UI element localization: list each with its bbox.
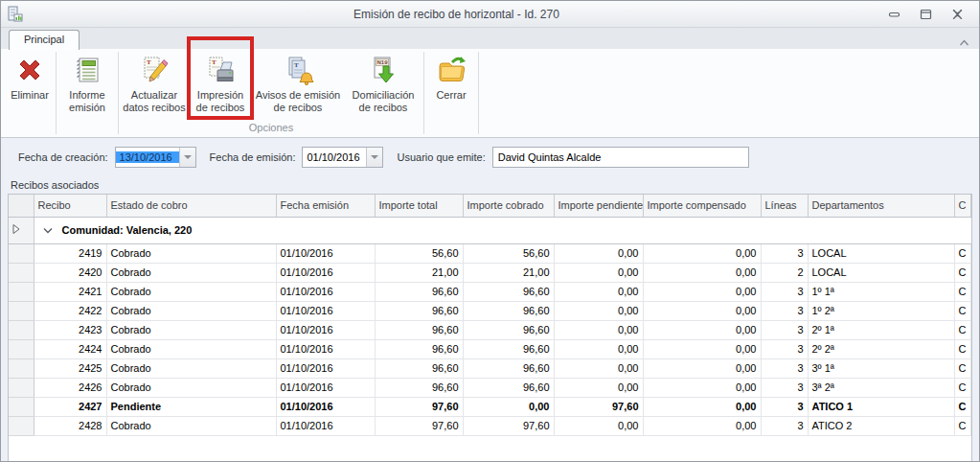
minimize-icon[interactable] bbox=[888, 9, 900, 20]
cell-importe-compensado: 0,00 bbox=[643, 397, 761, 416]
column-header-importe-cobrado[interactable]: Importe cobrado bbox=[463, 195, 554, 217]
cell-departamentos: 3º 1ª bbox=[808, 358, 954, 378]
cell-importe-pendiente: 0,00 bbox=[554, 339, 643, 358]
close-icon[interactable] bbox=[951, 9, 964, 20]
cell-fecha-emision: 01/10/2016 bbox=[276, 358, 375, 378]
cell-importe-total: 21,00 bbox=[375, 263, 463, 282]
cell-departamentos: LOCAL bbox=[808, 263, 954, 282]
table-row[interactable]: 2426 Cobrado 01/10/2016 96,60 96,60 0,00… bbox=[9, 378, 971, 397]
row-indicator-cell bbox=[9, 358, 34, 378]
cell-lineas: 3 bbox=[761, 339, 808, 358]
cell-importe-total: 96,60 bbox=[375, 320, 463, 339]
fecha-emision-value[interactable]: 01/10/2016 bbox=[303, 151, 366, 163]
row-indicator-cell bbox=[9, 397, 34, 416]
cell-importe-pendiente: 0,00 bbox=[554, 358, 643, 378]
recibos-grid: Recibo Estado de cobro Fecha emisión Imp… bbox=[8, 194, 972, 461]
table-row[interactable]: 2419 Cobrado 01/10/2016 56,60 56,60 0,00… bbox=[9, 243, 971, 263]
fecha-creacion-value[interactable]: 13/10/2016 bbox=[116, 151, 179, 163]
svg-text:T: T bbox=[294, 61, 299, 69]
cell-importe-total: 96,60 bbox=[375, 301, 463, 320]
fecha-creacion-dropdown-icon[interactable] bbox=[179, 148, 195, 167]
column-header-importe-compensado[interactable]: Importe compensado bbox=[643, 195, 761, 217]
title-bar: Emisión de recibo de horizontal - Id. 27… bbox=[1, 1, 979, 28]
row-indicator-cell bbox=[9, 243, 34, 263]
cerrar-button[interactable]: Cerrar bbox=[425, 49, 477, 137]
cell-importe-compensado: 0,00 bbox=[643, 358, 761, 378]
cell-recibo: 2419 bbox=[34, 243, 106, 263]
cell-estado-de-cobro: Cobrado bbox=[106, 339, 276, 358]
group-collapse-chevron-icon[interactable] bbox=[43, 224, 53, 236]
report-notepad-icon bbox=[71, 54, 103, 86]
cell-fecha-emision: 01/10/2016 bbox=[276, 301, 375, 320]
cell-recibo: 2424 bbox=[34, 339, 106, 358]
cell-importe-pendiente: 0,00 bbox=[554, 301, 643, 320]
avisos-de-emision-de-recibos-button[interactable]: T Avisos de emisión de recibos bbox=[252, 49, 344, 114]
cell-departamentos: 1º 1ª bbox=[808, 282, 954, 301]
svg-text:T: T bbox=[147, 58, 151, 66]
cell-lineas: 2 bbox=[761, 263, 808, 282]
table-row[interactable]: 2427 Pendiente 01/10/2016 97,60 0,00 97,… bbox=[9, 397, 971, 416]
informe-emision-button[interactable]: Informe emisión bbox=[57, 49, 117, 137]
cell-lineas: 3 bbox=[761, 378, 808, 397]
cell-fecha-emision: 01/10/2016 bbox=[276, 378, 375, 397]
cell-truncated: C bbox=[954, 243, 971, 263]
maximize-icon[interactable] bbox=[920, 9, 932, 20]
cell-importe-total: 96,60 bbox=[375, 282, 463, 301]
fecha-emision-dropdown-icon[interactable] bbox=[366, 148, 382, 167]
cell-importe-compensado: 0,00 bbox=[643, 282, 761, 301]
ribbon-group-label: Opciones bbox=[120, 122, 422, 137]
indicator-column-header bbox=[9, 195, 34, 217]
eliminar-label: Eliminar bbox=[11, 89, 49, 102]
cell-lineas: 3 bbox=[761, 416, 808, 435]
column-header-lineas[interactable]: Líneas bbox=[761, 195, 808, 217]
fecha-creacion-label: Fecha de creación: bbox=[18, 151, 108, 163]
usuario-input[interactable] bbox=[492, 147, 749, 168]
cell-fecha-emision: 01/10/2016 bbox=[276, 263, 375, 282]
cell-lineas: 3 bbox=[761, 320, 808, 339]
cell-departamentos: ATICO 2 bbox=[808, 416, 954, 435]
column-header-truncated[interactable]: C bbox=[954, 195, 971, 217]
ribbon-tab-strip: Principal bbox=[1, 28, 979, 49]
cell-truncated: C bbox=[954, 320, 971, 339]
row-indicator-cell bbox=[9, 263, 34, 282]
ribbon-separator bbox=[478, 52, 479, 134]
fecha-emision-label: Fecha de emisión: bbox=[210, 151, 296, 163]
informe-emision-label: Informe emisión bbox=[59, 89, 115, 114]
column-header-importe-pendiente[interactable]: Importe pendiente bbox=[554, 195, 643, 217]
cell-departamentos: 2º 2ª bbox=[808, 339, 954, 358]
column-header-estado-de-cobro[interactable]: Estado de cobro bbox=[106, 195, 276, 217]
cell-recibo: 2423 bbox=[34, 320, 106, 339]
fecha-creacion-datepicker[interactable]: 13/10/2016 bbox=[115, 147, 196, 168]
column-header-recibo[interactable]: Recibo bbox=[34, 195, 106, 217]
cell-importe-cobrado: 56,60 bbox=[463, 243, 554, 263]
cell-departamentos: 2º 1ª bbox=[808, 320, 954, 339]
cell-recibo: 2425 bbox=[34, 358, 106, 378]
cell-importe-cobrado: 96,60 bbox=[463, 378, 554, 397]
cell-importe-compensado: 0,00 bbox=[643, 263, 761, 282]
domiciliacion-de-recibos-button[interactable]: N19 Domiciliación de recibos bbox=[344, 49, 422, 114]
cell-importe-cobrado: 0,00 bbox=[463, 397, 554, 416]
ribbon-collapse-chevron-icon[interactable] bbox=[959, 34, 969, 42]
cell-truncated: C bbox=[954, 416, 971, 435]
table-row[interactable]: 2422 Cobrado 01/10/2016 96,60 96,60 0,00… bbox=[9, 301, 971, 320]
column-header-fecha-emision[interactable]: Fecha emisión bbox=[276, 195, 375, 217]
column-header-departamentos[interactable]: Departamentos bbox=[808, 195, 954, 217]
cell-importe-pendiente: 0,00 bbox=[554, 416, 643, 435]
table-row[interactable]: 2425 Cobrado 01/10/2016 96,60 96,60 0,00… bbox=[9, 358, 971, 378]
tab-principal[interactable]: Principal bbox=[9, 30, 80, 50]
recibos-asociados-label: Recibos asociados bbox=[1, 176, 979, 194]
cell-truncated: C bbox=[954, 263, 971, 282]
group-row[interactable]: Comunidad: Valencia, 220 bbox=[9, 217, 971, 243]
field-bar: Fecha de creación: 13/10/2016 Fecha de e… bbox=[1, 138, 979, 176]
table-row[interactable]: 2421 Cobrado 01/10/2016 96,60 96,60 0,00… bbox=[9, 282, 971, 301]
actualizar-datos-recibos-button[interactable]: T Actualizar datos recibos bbox=[120, 49, 189, 114]
cell-importe-cobrado: 96,60 bbox=[463, 358, 554, 378]
fecha-emision-datepicker[interactable]: 01/10/2016 bbox=[302, 147, 383, 168]
table-row[interactable]: 2423 Cobrado 01/10/2016 96,60 96,60 0,00… bbox=[9, 320, 971, 339]
eliminar-button[interactable]: Eliminar bbox=[5, 49, 55, 137]
column-header-importe-total[interactable]: Importe total bbox=[375, 195, 463, 217]
cell-lineas: 3 bbox=[761, 397, 808, 416]
table-row[interactable]: 2420 Cobrado 01/10/2016 21,00 21,00 0,00… bbox=[9, 263, 971, 282]
table-row[interactable]: 2428 Cobrado 01/10/2016 97,60 97,60 0,00… bbox=[9, 416, 971, 435]
table-row[interactable]: 2424 Cobrado 01/10/2016 96,60 96,60 0,00… bbox=[9, 339, 971, 358]
